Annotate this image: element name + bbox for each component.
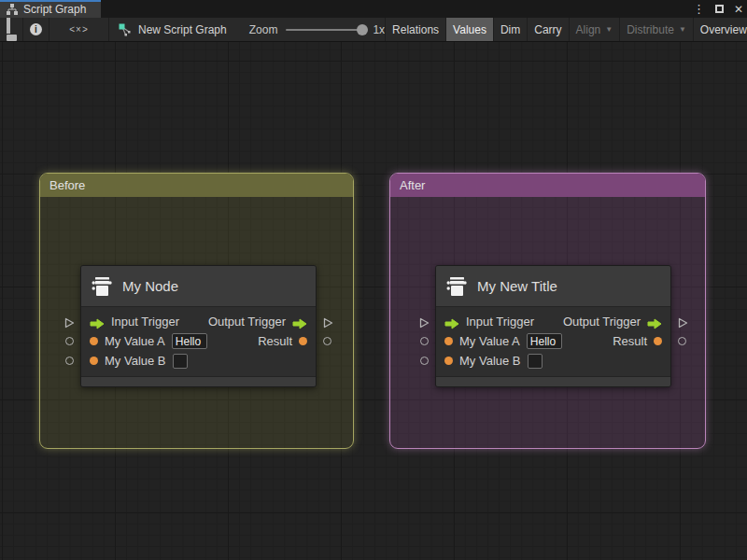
output-trigger-label: Output Trigger [563, 315, 641, 329]
zoom-value: 1x [373, 23, 385, 36]
output-trigger-outer-port[interactable] [322, 315, 333, 327]
output-trigger-port-icon[interactable] [292, 316, 307, 328]
node-body-panel[interactable]: My Node Input Trigger Output Trigger [80, 265, 317, 387]
graph-breadcrumb[interactable]: New Script Graph [109, 18, 236, 41]
port-row-value-b: My Value B [436, 351, 670, 371]
graph-toolbar: i <×> New Script Graph Zoom 1x Relations… [0, 18, 747, 42]
unit-icon [91, 275, 113, 298]
node-footer [436, 376, 670, 386]
port-row-value-a: My Value A Result [81, 331, 316, 351]
node-body-panel[interactable]: My New Title Input Trigger Output Trigge… [435, 265, 671, 387]
zoom-control: Zoom 1x [249, 18, 385, 41]
result-label: Result [258, 334, 292, 348]
code-icon: <×> [69, 24, 89, 35]
value-a-outer-port[interactable] [420, 337, 429, 345]
lock-icon [7, 18, 17, 41]
value-b-label: My Value B [459, 354, 521, 368]
overview-button[interactable]: Overview [693, 18, 747, 41]
input-trigger-label: Input Trigger [466, 315, 534, 329]
unit-icon [445, 275, 468, 298]
value-b-input[interactable] [528, 354, 543, 369]
window-controls: ⋮ ✕ [693, 0, 743, 18]
value-b-label: My Value B [105, 354, 166, 368]
value-a-label: My Value A [459, 334, 520, 348]
value-a-outer-port[interactable] [65, 337, 74, 345]
node-header[interactable]: My New Title [436, 266, 670, 307]
values-button[interactable]: Values [445, 18, 493, 41]
input-trigger-outer-port[interactable] [418, 315, 430, 327]
node-header[interactable]: My Node [81, 266, 316, 307]
result-outer-port[interactable] [678, 337, 686, 345]
info-icon: i [30, 23, 42, 35]
lock-button[interactable] [0, 18, 23, 41]
zoom-label: Zoom [249, 23, 278, 36]
carry-button[interactable]: Carry [527, 18, 568, 41]
maximize-icon[interactable] [715, 5, 724, 13]
window-menu-icon[interactable]: ⋮ [693, 3, 705, 15]
value-a-input[interactable] [172, 333, 207, 349]
result-label: Result [613, 334, 647, 348]
node-ports: Input Trigger Output Trigger My Valu [81, 307, 316, 376]
node-title: My New Title [477, 278, 557, 294]
group-before[interactable]: Before My Node [39, 173, 354, 449]
result-port-icon[interactable] [654, 337, 662, 345]
group-after[interactable]: After My New Title [389, 173, 706, 449]
value-b-outer-port[interactable] [65, 357, 74, 365]
value-a-label: My Value A [105, 334, 165, 348]
graph-name: New Script Graph [138, 23, 227, 36]
value-b-outer-port[interactable] [420, 357, 429, 365]
relations-button[interactable]: Relations [385, 18, 445, 41]
value-a-port-icon[interactable] [90, 337, 98, 345]
group-before-header[interactable]: Before [40, 174, 353, 197]
distribute-dropdown[interactable]: Distribute ▼ [619, 18, 693, 41]
value-a-port-icon[interactable] [444, 337, 453, 345]
group-title: After [400, 178, 425, 192]
input-trigger-label: Input Trigger [111, 315, 179, 329]
input-trigger-outer-port[interactable] [63, 315, 75, 327]
chevron-down-icon: ▼ [679, 25, 686, 34]
zoom-slider[interactable] [286, 29, 364, 31]
input-trigger-port-icon[interactable] [444, 316, 459, 328]
node-my-node[interactable]: My Node Input Trigger Output Trigger [80, 265, 317, 387]
tab-script-graph[interactable]: Script Graph [0, 0, 101, 18]
dim-button[interactable]: Dim [493, 18, 527, 41]
graph-hierarchy-icon [7, 4, 18, 15]
node-footer [81, 376, 316, 386]
input-trigger-port-icon[interactable] [90, 316, 105, 328]
script-graph-icon [119, 23, 132, 36]
info-button[interactable]: i [23, 18, 49, 41]
group-after-header[interactable]: After [390, 174, 705, 197]
chevron-down-icon: ▼ [605, 25, 613, 34]
port-row-value-b: My Value B [81, 351, 316, 371]
value-b-input[interactable] [173, 354, 188, 369]
value-b-port-icon[interactable] [444, 357, 453, 365]
result-port-icon[interactable] [299, 337, 307, 345]
port-row-trigger: Input Trigger Output Trigger [81, 312, 316, 331]
port-row-trigger: Input Trigger Output Trigger [436, 312, 670, 331]
tab-title: Script Graph [23, 3, 86, 16]
value-a-input[interactable] [527, 333, 562, 349]
port-row-value-a: My Value A Result [436, 331, 670, 351]
node-title: My Node [122, 278, 178, 294]
result-outer-port[interactable] [323, 337, 331, 345]
output-trigger-outer-port[interactable] [677, 315, 688, 327]
zoom-slider-handle[interactable] [357, 24, 368, 35]
window-tab-bar: Script Graph ⋮ ✕ [0, 0, 747, 18]
close-icon[interactable]: ✕ [734, 4, 743, 15]
group-title: Before [49, 178, 85, 192]
value-b-port-icon[interactable] [90, 357, 98, 365]
node-ports: Input Trigger Output Trigger My Valu [436, 307, 670, 376]
toolbar-toggles: Relations Values Dim Carry Align ▼ Distr… [385, 18, 747, 41]
code-view-button[interactable]: <×> [49, 18, 109, 41]
node-my-new-title[interactable]: My New Title Input Trigger Output Trigge… [435, 265, 671, 387]
output-trigger-port-icon[interactable] [647, 316, 662, 328]
output-trigger-label: Output Trigger [208, 315, 286, 329]
graph-canvas[interactable]: Before My Node [0, 42, 747, 560]
align-dropdown[interactable]: Align ▼ [569, 18, 620, 41]
